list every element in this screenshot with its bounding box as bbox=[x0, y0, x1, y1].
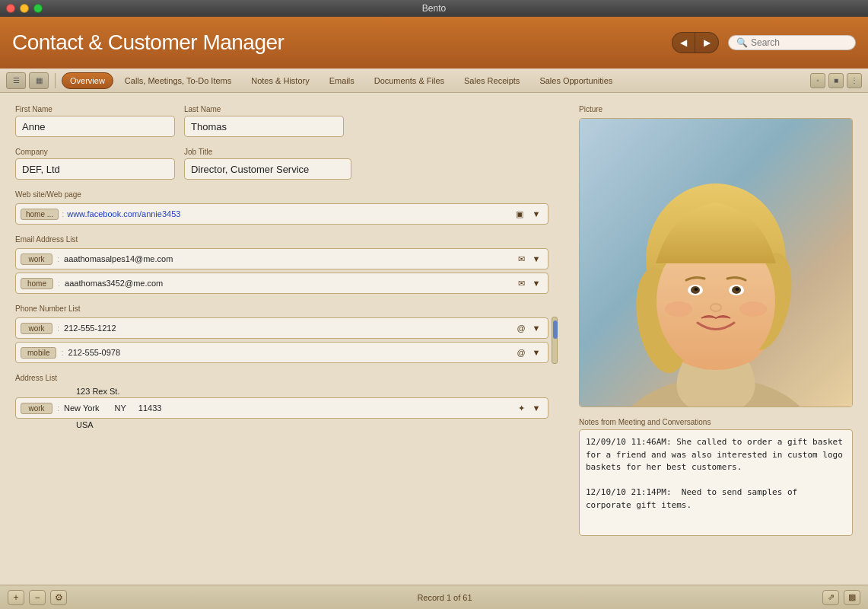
email-dropdown-0[interactable]: ▼ bbox=[529, 252, 543, 266]
contact-photo bbox=[580, 119, 852, 407]
svg-point-12 bbox=[695, 288, 698, 291]
tab-notes[interactable]: Notes & History bbox=[243, 72, 317, 89]
tab-overview[interactable]: Overview bbox=[62, 72, 113, 89]
toolbar-separator bbox=[55, 73, 56, 88]
nav-arrows: ◀ ▶ bbox=[672, 32, 719, 53]
toolbar-right-icons: ◦ ■ ⋮ bbox=[810, 73, 862, 88]
header-right: ◀ ▶ 🔍 bbox=[672, 32, 856, 53]
address-street: 123 Rex St. bbox=[15, 387, 548, 396]
phone-row-0: work : 212-555-1212 @ ▼ bbox=[15, 317, 548, 339]
email-row-1: home : aaathomas3452@me.com ✉ ▼ bbox=[15, 273, 548, 294]
website-section: Web site/Web page home ... : www.faceboo… bbox=[15, 190, 548, 225]
right-panel: Picture bbox=[564, 93, 868, 585]
url-dropdown-icon[interactable]: ▼ bbox=[529, 207, 543, 221]
toolbar: ☰ ▦ Overview Calls, Meetings, To-Do Item… bbox=[0, 69, 868, 93]
phone-icon-1[interactable]: @ bbox=[514, 346, 528, 359]
address-zip: 11433 bbox=[138, 403, 162, 413]
job-title-label: Job Title bbox=[184, 148, 351, 156]
nav-back-button[interactable]: ◀ bbox=[672, 33, 695, 53]
phone-dropdown-1[interactable]: ▼ bbox=[529, 346, 543, 359]
address-state: NY bbox=[115, 403, 126, 413]
last-name-group: Last Name bbox=[184, 105, 344, 137]
address-map-icon[interactable]: ✦ bbox=[514, 401, 528, 415]
url-separator: : bbox=[62, 209, 64, 218]
app-title: Contact & Customer Manager bbox=[12, 30, 284, 55]
settings-button[interactable]: ⚙ bbox=[50, 590, 67, 605]
left-panel: First Name Last Name Company Job Title W… bbox=[0, 93, 564, 585]
svg-point-13 bbox=[736, 288, 739, 291]
search-icon: 🔍 bbox=[736, 37, 748, 48]
last-name-input[interactable] bbox=[184, 116, 344, 137]
tab-sales-opportunities[interactable]: Sales Opportunities bbox=[531, 72, 621, 89]
tab-sales-receipts[interactable]: Sales Receipts bbox=[456, 72, 528, 89]
address-city-row: work : New York NY 11433 ✦ ▼ bbox=[15, 397, 548, 419]
email-type-0[interactable]: work bbox=[21, 253, 52, 265]
status-bar: + − ⚙ Record 1 of 61 ⇗ ▩ bbox=[0, 585, 868, 609]
company-group: Company bbox=[15, 148, 175, 180]
add-record-button[interactable]: + bbox=[8, 590, 24, 605]
email-icon-1[interactable]: ✉ bbox=[514, 276, 528, 290]
address-country: USA bbox=[15, 420, 548, 429]
name-row: First Name Last Name bbox=[15, 105, 548, 137]
company-input[interactable] bbox=[15, 158, 175, 180]
minimize-button[interactable] bbox=[20, 4, 29, 13]
notes-textarea[interactable] bbox=[579, 429, 853, 536]
website-url[interactable]: www.facebook.com/annie3453 bbox=[67, 209, 510, 218]
window-controls bbox=[6, 4, 43, 13]
record-indicator: Record 1 of 61 bbox=[417, 593, 472, 602]
phone-type-1[interactable]: mobile bbox=[21, 347, 56, 359]
notes-section: Notes from Meeting and Conversations bbox=[579, 418, 853, 536]
phone-type-0[interactable]: work bbox=[21, 323, 52, 334]
title-bar: Bento bbox=[0, 0, 868, 17]
status-right: ⇗ ▩ bbox=[822, 590, 860, 605]
address-type[interactable]: work bbox=[21, 403, 52, 414]
maximize-button[interactable] bbox=[33, 4, 43, 13]
phone-number-0: 212-555-1212 bbox=[64, 324, 510, 333]
close-button[interactable] bbox=[6, 4, 15, 13]
job-title-input[interactable] bbox=[184, 158, 351, 180]
email-type-1[interactable]: home bbox=[21, 278, 53, 289]
picture-section: Picture bbox=[579, 105, 853, 407]
phone-icon-0[interactable]: @ bbox=[514, 321, 528, 335]
export-button[interactable]: ⇗ bbox=[822, 590, 839, 605]
view-toggle-button[interactable]: ▩ bbox=[844, 590, 860, 605]
search-box: 🔍 bbox=[728, 35, 856, 50]
phone-scrollbar[interactable] bbox=[552, 317, 559, 364]
job-title-group: Job Title bbox=[184, 148, 351, 180]
toolbar-action-2[interactable]: ■ bbox=[828, 73, 844, 88]
website-label: Web site/Web page bbox=[15, 190, 548, 199]
picture-frame[interactable] bbox=[579, 118, 853, 407]
email-list: work : aaathomasalpes14@me.com ✉ ▼ home … bbox=[15, 248, 548, 294]
main-content: First Name Last Name Company Job Title W… bbox=[0, 93, 868, 585]
grid-view-button[interactable]: ▦ bbox=[29, 72, 49, 89]
svg-point-16 bbox=[739, 301, 767, 317]
svg-point-15 bbox=[665, 301, 692, 317]
toolbar-action-3[interactable]: ⋮ bbox=[847, 73, 862, 88]
tab-calls[interactable]: Calls, Meetings, To-Do Items bbox=[116, 72, 240, 89]
website-row: home ... : www.facebook.com/annie3453 ▣ … bbox=[15, 203, 548, 225]
company-row: Company Job Title bbox=[15, 148, 548, 180]
url-open-icon[interactable]: ▣ bbox=[513, 207, 526, 221]
status-left: + − ⚙ bbox=[8, 590, 67, 605]
company-label: Company bbox=[15, 148, 175, 156]
email-dropdown-1[interactable]: ▼ bbox=[529, 276, 543, 290]
remove-record-button[interactable]: − bbox=[29, 590, 46, 605]
address-list-label: Address List bbox=[15, 374, 548, 382]
nav-forward-button[interactable]: ▶ bbox=[695, 33, 718, 53]
tab-documents[interactable]: Documents & Files bbox=[366, 72, 453, 89]
email-icon-0[interactable]: ✉ bbox=[514, 252, 528, 266]
email-address-0: aaathomasalpes14@me.com bbox=[64, 254, 510, 263]
list-view-button[interactable]: ☰ bbox=[6, 72, 26, 89]
first-name-input[interactable] bbox=[15, 116, 175, 137]
address-dropdown[interactable]: ▼ bbox=[529, 401, 543, 415]
search-input[interactable] bbox=[751, 37, 842, 48]
notes-label: Notes from Meeting and Conversations bbox=[579, 418, 853, 426]
phone-list: work : 212-555-1212 @ ▼ mobile : 212-555… bbox=[15, 317, 548, 363]
first-name-group: First Name bbox=[15, 105, 175, 137]
app-header: Contact & Customer Manager ◀ ▶ 🔍 bbox=[0, 17, 868, 69]
address-city: New York bbox=[64, 403, 99, 413]
tab-emails[interactable]: Emails bbox=[321, 72, 363, 89]
website-type-badge[interactable]: home ... bbox=[21, 209, 59, 220]
phone-dropdown-0[interactable]: ▼ bbox=[529, 321, 543, 335]
toolbar-action-1[interactable]: ◦ bbox=[810, 73, 825, 88]
